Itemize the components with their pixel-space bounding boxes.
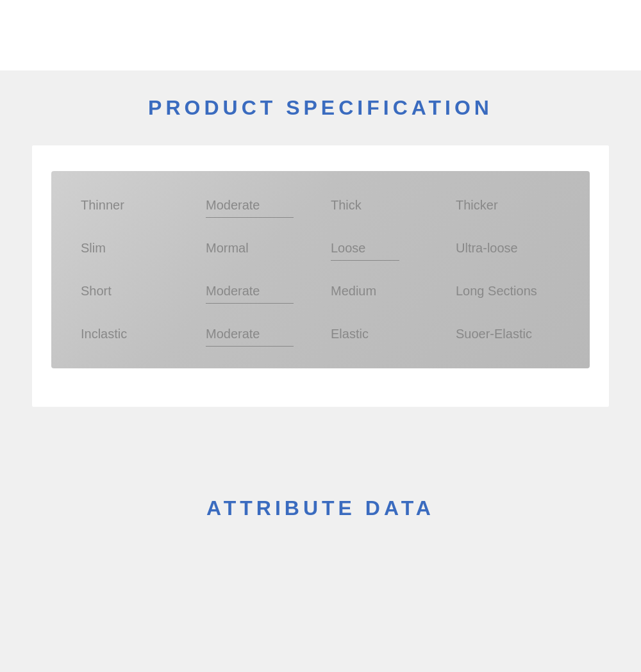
spec-cell: Thinner	[71, 184, 196, 227]
attribute-title: ATTRIBUTE DATA	[0, 496, 641, 520]
spec-cell: Suoer-Elastic	[445, 313, 570, 356]
main-section: PRODUCT SPECIFICATION ThinnerModerateThi…	[0, 70, 641, 445]
spec-cell: Long Sections	[445, 270, 570, 313]
spec-cell: Moderate	[196, 313, 320, 356]
spec-cell: Inclastic	[71, 313, 196, 356]
spec-cell: Short	[71, 270, 196, 313]
spec-cell: Slim	[71, 227, 196, 270]
spec-cell: Thick	[320, 184, 445, 227]
spec-grid: ThinnerModerateThickThickerSlimMormalLoo…	[51, 171, 590, 368]
white-card: ThinnerModerateThickThickerSlimMormalLoo…	[32, 145, 609, 407]
spec-cell: Thicker	[445, 184, 570, 227]
spec-cell: Loose	[320, 227, 445, 270]
spec-cell: Mormal	[196, 227, 320, 270]
spec-cell: Medium	[320, 270, 445, 313]
top-white-section	[0, 0, 641, 70]
page-title: PRODUCT SPECIFICATION	[0, 96, 641, 120]
bottom-section: ATTRIBUTE DATA	[0, 445, 641, 546]
spec-cell: Moderate	[196, 184, 320, 227]
spec-cell: Elastic	[320, 313, 445, 356]
spec-cell: Moderate	[196, 270, 320, 313]
spec-cell: Ultra-loose	[445, 227, 570, 270]
